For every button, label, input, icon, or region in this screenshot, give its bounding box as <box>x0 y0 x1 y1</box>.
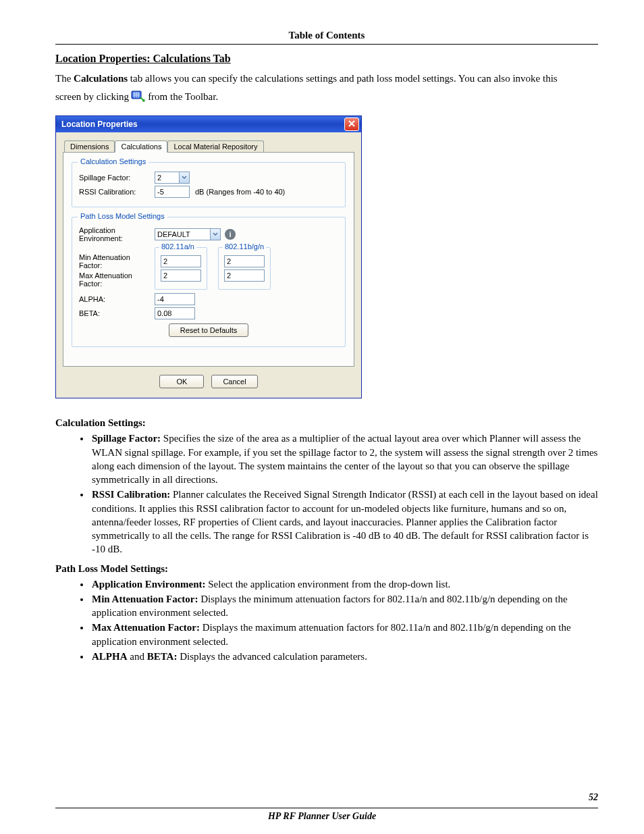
subgroup-a-legend: 802.11a/n <box>159 242 196 251</box>
ab-mid: and <box>128 651 147 662</box>
page-number: 52 <box>589 792 598 803</box>
max-bold: Max Attenuation Factor: <box>92 622 200 633</box>
path-loss-heading: Path Loss Model Settings: <box>55 563 598 575</box>
env-text: Select the application environment from … <box>206 579 451 590</box>
calc-settings-heading: Calculation Settings: <box>55 417 598 429</box>
spillage-text: Specifies the size of the area as a mult… <box>92 433 597 485</box>
tab-panel: Calculation Settings Spillage Factor: RS… <box>63 152 354 367</box>
ab-bold1: ALPHA <box>92 651 128 662</box>
path-loss-group: Path Loss Model Settings Application Env… <box>72 217 346 347</box>
env-value[interactable] <box>155 228 210 240</box>
chevron-down-icon[interactable] <box>210 228 221 240</box>
intro-trail: tab allows you can specify the calculati… <box>128 73 558 84</box>
min-bold: Min Attenuation Factor: <box>92 594 198 604</box>
rssi-bold: RSSI Calibration: <box>92 489 170 500</box>
list-item: Max Attenuation Factor: Displays the max… <box>90 621 598 648</box>
min-atten-label: Min Attenuation Factor: <box>79 253 155 269</box>
close-button[interactable] <box>344 118 359 131</box>
intro-bold: Calculations <box>74 73 128 84</box>
rssi-label: RSSI Calibration: <box>79 188 155 196</box>
subgroup-802-11a-n: 802.11a/n <box>155 247 207 290</box>
list-item: ALPHA and BETA: Displays the advanced ca… <box>90 650 598 663</box>
cancel-button[interactable]: Cancel <box>211 375 257 388</box>
intro-line2: screen by clicking from the Toolbar. <box>55 88 598 106</box>
calc-settings-list: Spillage Factor: Specifies the size of t… <box>55 432 598 556</box>
close-icon <box>348 120 355 128</box>
subgroup-b-legend: 802.11b/g/n <box>223 242 266 251</box>
header-rule <box>55 44 598 45</box>
env-select[interactable] <box>155 228 221 240</box>
max-atten-b-input[interactable] <box>224 269 265 282</box>
list-item: Min Attenuation Factor: Displays the min… <box>90 592 598 620</box>
alpha-label: ALPHA: <box>79 295 155 303</box>
calculations-toolbar-icon <box>130 89 146 105</box>
spillage-select[interactable] <box>155 172 190 184</box>
tab-dimensions[interactable]: Dimensions <box>64 140 115 152</box>
reset-defaults-button[interactable]: Reset to Defaults <box>169 323 248 337</box>
subgroup-802-11b-g-n: 802.11b/g/n <box>218 247 271 290</box>
ok-button[interactable]: OK <box>159 375 204 388</box>
intro-paragraph: The Calculations tab allows you can spec… <box>55 72 598 85</box>
list-item: RSSI Calibration: Planner calculates the… <box>90 488 598 556</box>
dialog-title: Location Properties <box>61 120 138 129</box>
rssi-input[interactable] <box>155 186 190 198</box>
info-icon[interactable]: i <box>225 229 236 240</box>
list-item: Spillage Factor: Specifies the size of t… <box>90 432 598 486</box>
ab-text: Displays the advanced calculation parame… <box>177 651 367 662</box>
spillage-bold: Spillage Factor: <box>92 433 161 444</box>
footer-rule <box>55 808 598 808</box>
location-properties-dialog: Location Properties Dimensions Calculati… <box>55 115 362 398</box>
calculation-settings-group: Calculation Settings Spillage Factor: RS… <box>72 162 346 207</box>
toc-header: Table of Contents <box>55 30 598 41</box>
spillage-value[interactable] <box>155 172 179 184</box>
min-atten-a-input[interactable] <box>161 255 201 267</box>
env-bold: Application Environment: <box>92 579 206 590</box>
intro2-trail: from the Toolbar. <box>148 88 218 106</box>
tab-calculations[interactable]: Calculations <box>115 140 167 153</box>
calculation-settings-legend: Calculation Settings <box>78 157 149 165</box>
chevron-down-icon[interactable] <box>179 172 190 184</box>
ab-bold2: BETA: <box>147 651 178 662</box>
tab-strip: Dimensions Calculations Local Material R… <box>64 140 354 152</box>
section-title: Location Properties: Calculations Tab <box>55 53 598 65</box>
dialog-titlebar: Location Properties <box>56 116 361 132</box>
intro2-lead: screen by clicking <box>55 88 129 106</box>
beta-input[interactable] <box>155 307 195 319</box>
footer-guide: HP RF Planner User Guide <box>0 811 644 822</box>
min-atten-b-input[interactable] <box>224 255 265 267</box>
max-atten-label: Max Attenuation Factor: <box>79 271 155 288</box>
list-item: Application Environment: Select the appl… <box>90 577 598 591</box>
spillage-label: Spillage Factor: <box>79 174 155 182</box>
beta-label: BETA: <box>79 309 155 317</box>
tab-local-repo[interactable]: Local Material Repository <box>167 140 263 152</box>
env-label: Application Environment: <box>79 226 155 242</box>
path-loss-list: Application Environment: Select the appl… <box>55 577 598 664</box>
max-atten-a-input[interactable] <box>161 269 201 282</box>
path-loss-legend: Path Loss Model Settings <box>78 212 167 220</box>
rssi-hint: dB (Ranges from -40 to 40) <box>195 188 285 196</box>
intro-lead: The <box>55 73 74 84</box>
alpha-input[interactable] <box>155 293 195 305</box>
